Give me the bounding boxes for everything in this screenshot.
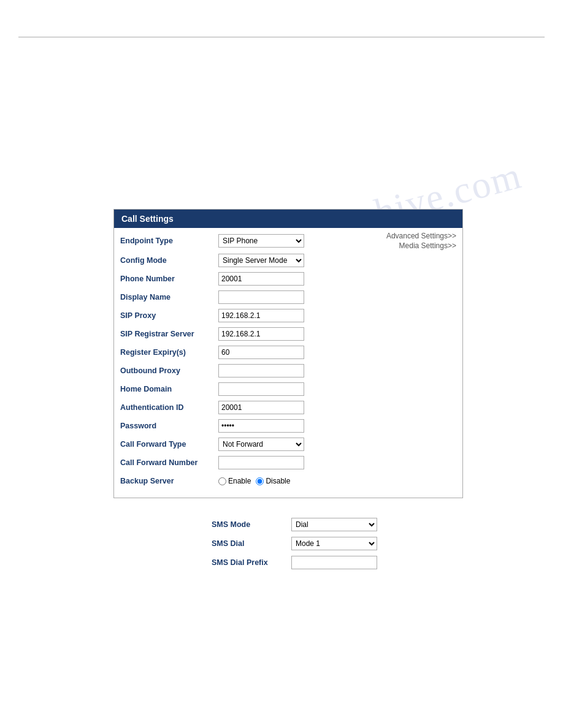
panel-body: Endpoint Type SIP Phone SIP ATA H.323 Ad… <box>114 228 462 498</box>
backup-server-row: Backup Server Enable Disable <box>120 473 456 489</box>
sip-proxy-row: SIP Proxy <box>120 308 456 324</box>
disable-text: Disable <box>266 477 290 485</box>
call-forward-type-select[interactable]: Not Forward Always Forward Busy Forward … <box>218 438 304 451</box>
config-mode-row: Config Mode Single Server Mode Dual Serv… <box>120 252 456 268</box>
home-domain-label: Home Domain <box>120 385 218 393</box>
endpoint-type-label: Endpoint Type <box>120 237 218 245</box>
sms-mode-select[interactable]: Dial Off <box>291 518 377 531</box>
sip-registrar-row: SIP Registrar Server <box>120 326 456 342</box>
call-forward-number-label: Call Forward Number <box>120 458 218 467</box>
phone-number-label: Phone Number <box>120 275 218 283</box>
backup-server-disable-radio[interactable] <box>256 477 264 485</box>
panel-header: Call Settings <box>114 210 462 228</box>
sms-dial-row: SMS Dial Mode 1 Mode 2 <box>212 536 545 552</box>
backup-server-enable-radio[interactable] <box>218 477 226 485</box>
page-container: manualsarchive.com Call Settings Endpoin… <box>0 0 563 728</box>
sms-dial-prefix-row: SMS Dial Prefix <box>212 555 545 571</box>
outbound-proxy-label: Outbound Proxy <box>120 366 218 375</box>
sms-dial-prefix-input[interactable] <box>291 556 377 569</box>
sms-mode-label: SMS Mode <box>212 520 291 529</box>
endpoint-type-row: Endpoint Type SIP Phone SIP ATA H.323 Ad… <box>120 232 456 250</box>
right-links: Advanced Settings>> Media Settings>> <box>386 232 456 250</box>
media-settings-link[interactable]: Media Settings>> <box>399 241 456 250</box>
sms-mode-row: SMS Mode Dial Off <box>212 517 545 533</box>
backup-server-radio-group: Enable Disable <box>218 477 290 485</box>
call-forward-number-input[interactable] <box>218 456 304 469</box>
register-expiry-label: Register Expiry(s) <box>120 348 218 357</box>
config-mode-select[interactable]: Single Server Mode Dual Server Mode <box>218 254 304 267</box>
home-domain-row: Home Domain <box>120 381 456 397</box>
phone-number-input[interactable] <box>218 272 304 286</box>
call-forward-type-row: Call Forward Type Not Forward Always For… <box>120 436 456 452</box>
password-input[interactable] <box>218 419 304 433</box>
sip-registrar-label: SIP Registrar Server <box>120 330 218 338</box>
enable-text: Enable <box>228 477 251 485</box>
auth-id-label: Authentication ID <box>120 403 218 412</box>
outbound-proxy-row: Outbound Proxy <box>120 363 456 379</box>
sms-section: SMS Mode Dial Off SMS Dial Mode 1 Mode 2… <box>212 517 545 571</box>
advanced-settings-link[interactable]: Advanced Settings>> <box>386 232 456 240</box>
sip-proxy-input[interactable] <box>218 309 304 322</box>
phone-number-row: Phone Number <box>120 271 456 287</box>
sip-registrar-input[interactable] <box>218 327 304 341</box>
password-row: Password <box>120 418 456 434</box>
sms-dial-select[interactable]: Mode 1 Mode 2 <box>291 537 377 550</box>
endpoint-type-select[interactable]: SIP Phone SIP ATA H.323 <box>218 234 304 248</box>
config-mode-label: Config Mode <box>120 256 218 265</box>
backup-server-disable-label[interactable]: Disable <box>256 477 290 485</box>
sms-dial-prefix-label: SMS Dial Prefix <box>212 558 291 567</box>
backup-server-enable-label[interactable]: Enable <box>218 477 251 485</box>
main-content: Call Settings Endpoint Type SIP Phone SI… <box>18 209 545 571</box>
register-expiry-input[interactable] <box>218 346 304 359</box>
home-domain-input[interactable] <box>218 382 304 396</box>
auth-id-input[interactable] <box>218 401 304 414</box>
backup-server-label: Backup Server <box>120 477 218 485</box>
call-forward-type-label: Call Forward Type <box>120 440 218 449</box>
auth-id-row: Authentication ID <box>120 400 456 415</box>
display-name-row: Display Name <box>120 289 456 305</box>
top-divider <box>18 37 545 37</box>
register-expiry-row: Register Expiry(s) <box>120 344 456 360</box>
sms-dial-label: SMS Dial <box>212 539 291 548</box>
sip-proxy-label: SIP Proxy <box>120 311 218 320</box>
call-settings-panel: Call Settings Endpoint Type SIP Phone SI… <box>113 209 463 498</box>
outbound-proxy-input[interactable] <box>218 364 304 377</box>
password-label: Password <box>120 422 218 430</box>
display-name-input[interactable] <box>218 290 304 304</box>
call-forward-number-row: Call Forward Number <box>120 455 456 471</box>
display-name-label: Display Name <box>120 293 218 301</box>
